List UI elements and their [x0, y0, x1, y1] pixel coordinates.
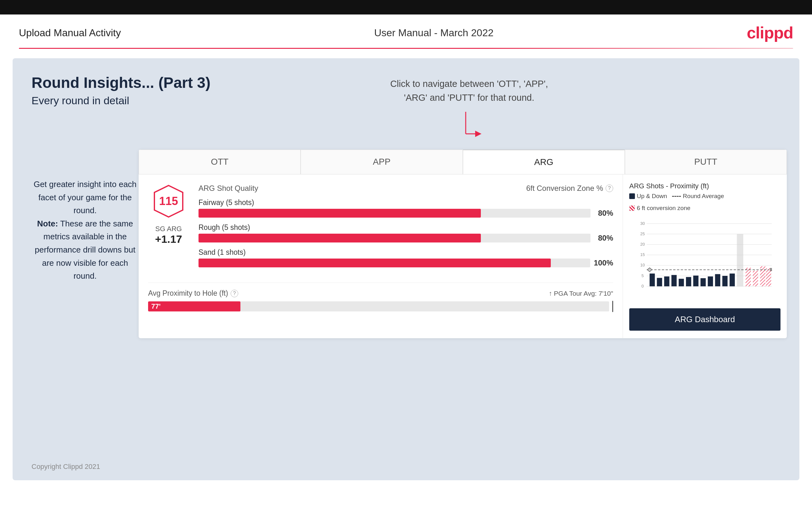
- legend-item-roundavg: Round Average: [672, 193, 724, 200]
- tab-ott[interactable]: OTT: [139, 150, 301, 174]
- bar-value: 100%: [594, 259, 613, 267]
- logo: clippd: [747, 23, 793, 42]
- proximity-label-text: Avg Proximity to Hole (ft): [148, 289, 228, 297]
- shot-quality-rows: ARG Shot Quality 6ft Conversion Zone % ?…: [199, 184, 613, 273]
- sq-header: ARG Shot Quality 6ft Conversion Zone % ?: [199, 184, 613, 193]
- svg-text:5: 5: [642, 273, 644, 278]
- proximity-value: 77': [151, 302, 161, 311]
- bar-value: 80%: [594, 234, 613, 242]
- sg-label: SG ARG: [155, 225, 182, 233]
- hex-container: 115 SG ARG +1.17: [148, 184, 189, 245]
- svg-rect-32: [746, 268, 751, 286]
- svg-text:10: 10: [640, 263, 645, 267]
- svg-rect-29: [729, 274, 735, 287]
- shot-row-fairway: Fairway (5 shots) 80%: [199, 199, 613, 218]
- left-description: Get greater insight into each facet of y…: [32, 178, 139, 283]
- svg-text:20: 20: [640, 242, 645, 246]
- help-icon[interactable]: ?: [606, 184, 613, 192]
- bar-container: 80%: [199, 209, 613, 218]
- panel-left: 115 SG ARG +1.17 ARG Shot Quality 6ft Co…: [139, 174, 623, 338]
- sg-value: +1.17: [155, 233, 182, 245]
- bar-container: 100%: [199, 259, 613, 267]
- shot-row-rough: Rough (5 shots) 80%: [199, 223, 613, 242]
- bar-track: [199, 259, 590, 267]
- svg-text:25: 25: [640, 231, 645, 236]
- proximity-help-icon[interactable]: ?: [231, 290, 238, 297]
- legend-hatched: [629, 205, 635, 211]
- panel-left-top: 115 SG ARG +1.17 ARG Shot Quality 6ft Co…: [148, 184, 613, 273]
- proximity-cursor: [612, 301, 613, 312]
- tab-arg[interactable]: ARG: [463, 150, 625, 174]
- legend-item-conversion: 6 ft conversion zone: [629, 205, 691, 212]
- bar-value: 80%: [594, 209, 613, 218]
- chart-header: ARG Shots - Proximity (ft) Up & Down Rou…: [629, 182, 780, 212]
- svg-rect-22: [679, 279, 684, 286]
- legend-roundavg-label: Round Average: [683, 193, 724, 200]
- note-label: Note:: [37, 219, 58, 228]
- shot-row-label: Fairway (5 shots): [199, 199, 613, 207]
- svg-rect-24: [693, 276, 699, 286]
- legend-conversion-label: 6 ft conversion zone: [637, 205, 691, 212]
- bar-track: [199, 234, 591, 242]
- svg-rect-30: [737, 234, 743, 286]
- header-divider: [19, 48, 793, 49]
- proximity-label: Avg Proximity to Hole (ft) ?: [148, 289, 238, 297]
- center-label: User Manual - March 2022: [374, 27, 494, 39]
- legend-updown-label: Up & Down: [637, 193, 667, 200]
- proximity-bar-track: 77': [148, 301, 609, 312]
- svg-rect-27: [715, 274, 720, 286]
- legend-item-updown: Up & Down: [629, 193, 667, 200]
- shot-row-sand: Sand (1 shots) 100%: [199, 248, 613, 267]
- proximity-bar-fill: 77': [148, 301, 241, 312]
- main-content: Round Insights... (Part 3) Every round i…: [13, 58, 799, 480]
- bar-fill: [199, 259, 551, 267]
- hex-value: 115: [159, 194, 178, 208]
- footer-copyright: Copyright Clippd 2021: [32, 463, 100, 471]
- sg-section: SG ARG +1.17: [155, 225, 182, 245]
- proximity-header: Avg Proximity to Hole (ft) ? ↑ PGA Tour …: [148, 289, 613, 297]
- bar-track: [199, 209, 591, 218]
- svg-rect-23: [686, 277, 691, 287]
- tab-app[interactable]: APP: [301, 150, 463, 174]
- bar-fill: [199, 234, 481, 242]
- chart-svg: 0 5 10 15 20 25 30: [629, 215, 780, 291]
- svg-rect-28: [722, 276, 727, 286]
- pga-avg: ↑ PGA Tour Avg: 7'10": [549, 290, 613, 297]
- svg-marker-2: [475, 131, 481, 137]
- svg-text:8: 8: [770, 267, 772, 272]
- shot-row-label: Rough (5 shots): [199, 223, 613, 232]
- panel-body: 115 SG ARG +1.17 ARG Shot Quality 6ft Co…: [139, 174, 787, 338]
- sq-zone-label: 6ft Conversion Zone % ?: [526, 184, 613, 193]
- svg-rect-34: [760, 267, 765, 287]
- proximity-section: Avg Proximity to Hole (ft) ? ↑ PGA Tour …: [148, 282, 613, 312]
- tab-putt[interactable]: PUTT: [625, 150, 787, 174]
- svg-rect-26: [708, 277, 713, 286]
- svg-marker-37: [647, 268, 652, 272]
- zone-label-text: 6ft Conversion Zone %: [526, 184, 603, 193]
- main-panel: OTT APP ARG PUTT 115: [139, 150, 787, 338]
- legend-dashed: [672, 196, 681, 197]
- svg-rect-19: [657, 278, 662, 286]
- svg-rect-21: [671, 275, 677, 286]
- bar-container: 80%: [199, 234, 613, 242]
- upload-label[interactable]: Upload Manual Activity: [19, 27, 121, 39]
- chart-area: 0 5 10 15 20 25 30: [629, 215, 780, 304]
- svg-rect-33: [753, 271, 758, 286]
- panel-right: ARG Shots - Proximity (ft) Up & Down Rou…: [623, 174, 787, 338]
- chart-title: ARG Shots - Proximity (ft): [629, 182, 709, 190]
- svg-rect-25: [701, 278, 706, 286]
- nav-hint: Click to navigate between 'OTT', 'APP','…: [390, 77, 548, 105]
- legend-box-updown: [629, 193, 635, 199]
- tab-bar: OTT APP ARG PUTT: [139, 150, 787, 174]
- svg-text:0: 0: [642, 284, 644, 288]
- bar-fill: [199, 209, 481, 218]
- svg-text:30: 30: [640, 221, 645, 226]
- svg-text:15: 15: [640, 252, 645, 257]
- svg-rect-18: [650, 274, 655, 287]
- arg-dashboard-button[interactable]: ARG Dashboard: [629, 308, 780, 331]
- arrow-container: [453, 109, 491, 147]
- legend: Up & Down Round Average 6 ft conversion …: [629, 193, 780, 212]
- proximity-bar-container: 77': [148, 301, 613, 312]
- shot-row-label: Sand (1 shots): [199, 248, 613, 257]
- top-bar: [0, 0, 812, 14]
